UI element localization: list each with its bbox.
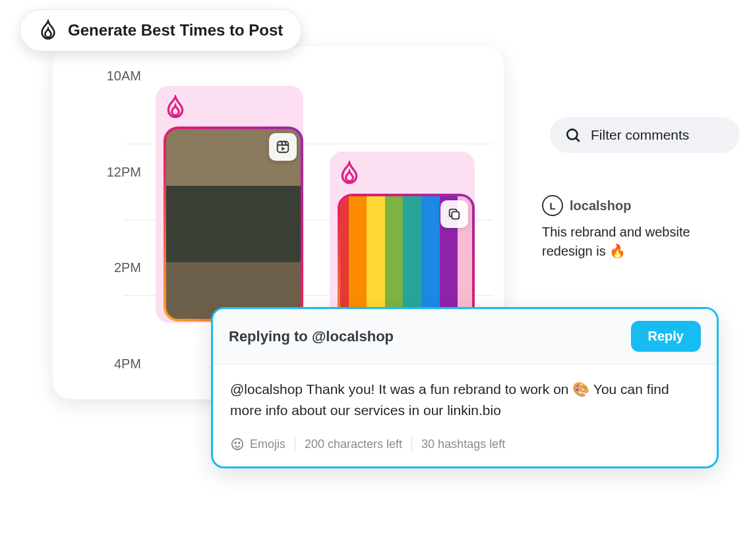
- filter-comments-button[interactable]: Filter comments: [550, 117, 740, 153]
- hashtags-left: 30 hashtags left: [421, 437, 505, 451]
- reels-icon: [269, 133, 297, 161]
- svg-rect-0: [278, 142, 289, 153]
- svg-point-3: [567, 129, 577, 139]
- comment: L localshop This rebrand and website red…: [542, 195, 740, 261]
- emoji-button[interactable]: Emojis: [230, 437, 285, 451]
- composer-title: Replying to @localshop: [229, 328, 394, 345]
- flame-icon: [339, 161, 360, 186]
- flame-icon: [39, 19, 57, 42]
- generate-best-times-pill[interactable]: Generate Best Times to Post: [20, 9, 302, 51]
- emoji-label: Emojis: [250, 437, 285, 451]
- composer-textarea[interactable]: @localshop Thank you! It was a fun rebra…: [213, 364, 717, 427]
- search-icon: [564, 126, 582, 144]
- divider: [295, 436, 295, 452]
- svg-rect-2: [452, 211, 459, 219]
- avatar: L: [542, 195, 563, 216]
- composer-footer: Emojis 200 characters left 30 hashtags l…: [213, 427, 717, 466]
- scheduled-post[interactable]: [164, 126, 303, 322]
- svg-point-7: [239, 442, 240, 443]
- emoji-icon: [230, 437, 245, 451]
- svg-point-6: [235, 442, 236, 443]
- generate-best-times-label: Generate Best Times to Post: [68, 21, 283, 40]
- reply-composer: Replying to @localshop Reply @localshop …: [211, 307, 719, 468]
- carousel-icon: [440, 200, 468, 228]
- comment-username[interactable]: localshop: [570, 198, 631, 213]
- reply-button[interactable]: Reply: [631, 321, 701, 352]
- comment-body: This rebrand and website redesign is 🔥: [542, 223, 740, 261]
- svg-line-4: [576, 138, 579, 141]
- filter-comments-label: Filter comments: [591, 127, 689, 143]
- characters-left: 200 characters left: [305, 437, 402, 451]
- flame-icon: [165, 95, 186, 120]
- svg-point-5: [232, 439, 243, 450]
- divider: [411, 436, 412, 452]
